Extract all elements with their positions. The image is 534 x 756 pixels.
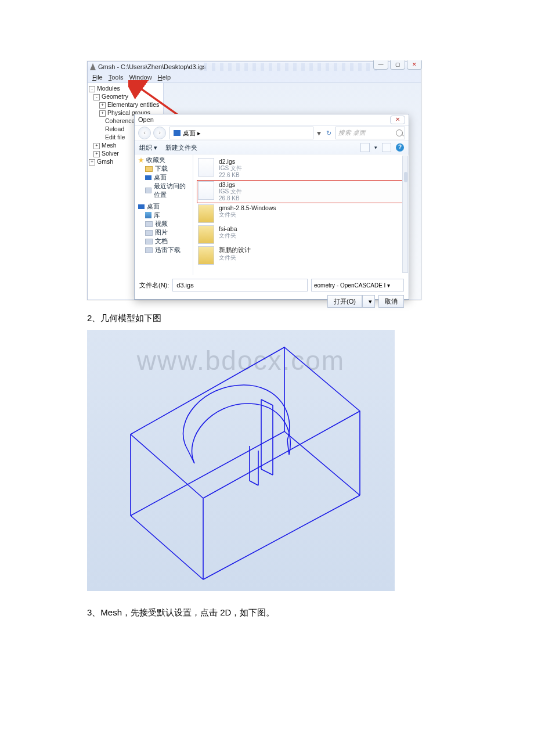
folder-icon bbox=[198, 246, 214, 265]
file-item[interactable]: 新鹏的设计 文件夹 bbox=[197, 245, 405, 266]
menu-help[interactable]: Help bbox=[158, 74, 171, 81]
nav-forward-button[interactable]: › bbox=[153, 127, 166, 139]
minimize-button[interactable]: — bbox=[373, 60, 388, 70]
desktop-icon bbox=[138, 204, 145, 209]
file-type: IGS 文件 bbox=[219, 165, 242, 172]
file-name: d2.igs bbox=[219, 158, 242, 165]
close-button[interactable]: ✕ bbox=[407, 60, 422, 70]
gmsh-menubar: FFileile Tools Window Help bbox=[88, 72, 421, 83]
side-desktop2[interactable]: 桌面 bbox=[147, 203, 160, 211]
file-type: IGS 文件 bbox=[219, 188, 242, 195]
breadcrumb[interactable]: 桌面 ▸ bbox=[169, 127, 313, 139]
titlebar-decor bbox=[204, 63, 377, 71]
view-mode-button[interactable] bbox=[360, 143, 370, 152]
file-name: fsi-aba bbox=[219, 225, 237, 232]
tree-mesh[interactable]: Mesh bbox=[102, 142, 117, 149]
tree-modules[interactable]: Modules bbox=[97, 85, 120, 92]
file-item[interactable]: fsi-aba 文件夹 bbox=[197, 224, 405, 245]
svg-line-12 bbox=[186, 446, 194, 463]
cancel-button[interactable]: 取消 bbox=[378, 295, 404, 308]
file-item-selected[interactable]: d3.igs IGS 文件 26.8 KB bbox=[197, 180, 405, 203]
organize-button[interactable]: 组织 ▾ bbox=[139, 143, 157, 152]
menu-window[interactable]: Window bbox=[129, 74, 151, 81]
favorites-icon bbox=[138, 157, 144, 163]
folder-icon bbox=[198, 204, 214, 223]
svg-line-11 bbox=[250, 481, 258, 485]
refresh-button[interactable]: ↻ bbox=[324, 129, 333, 137]
menu-tools[interactable]: Tools bbox=[109, 74, 124, 81]
side-pictures[interactable]: 图片 bbox=[155, 228, 168, 237]
side-downloads[interactable]: 下载 bbox=[155, 164, 168, 173]
maximize-button[interactable]: ▢ bbox=[390, 60, 405, 70]
newfolder-button[interactable]: 新建文件夹 bbox=[165, 143, 197, 152]
help-button[interactable]: ? bbox=[396, 143, 404, 152]
tree-gmsh[interactable]: Gmsh bbox=[97, 158, 113, 165]
dialog-sidebar: 收藏夹 下载 桌面 最近访问的位置 桌面 库 视频 图片 文档 迅雷下载 bbox=[135, 154, 193, 275]
file-type: 文件夹 bbox=[219, 211, 276, 218]
tree-coherence[interactable]: Coherence bbox=[105, 117, 135, 124]
pictures-icon bbox=[145, 230, 153, 236]
file-name: 新鹏的设计 bbox=[219, 246, 251, 254]
filter-text: eometry - OpenCASCADE I ▾ bbox=[314, 282, 390, 289]
step-2-text: 2、几何模型如下图 bbox=[87, 313, 447, 324]
dialog-toolbar: 组织 ▾ 新建文件夹 ▾ ? bbox=[135, 141, 409, 154]
geometry-wireframe-figure: www.bdocx.com bbox=[87, 330, 395, 591]
svg-line-8 bbox=[261, 399, 273, 405]
side-video[interactable]: 视频 bbox=[155, 219, 168, 228]
side-docs[interactable]: 文档 bbox=[155, 237, 168, 246]
tree-elementary[interactable]: Elementary entities bbox=[107, 101, 159, 108]
xunlei-icon bbox=[145, 247, 153, 253]
step-3-text: 3、Mesh，先接受默认设置，点击 2D，如下图。 bbox=[87, 607, 447, 618]
gmsh-app-icon bbox=[90, 63, 96, 70]
svg-line-7 bbox=[261, 469, 273, 475]
folder-icon bbox=[198, 225, 214, 244]
search-input[interactable]: 搜索 桌面 bbox=[335, 127, 405, 139]
svg-line-13 bbox=[287, 440, 289, 455]
open-button[interactable]: 打开(O) bbox=[327, 295, 362, 308]
file-item[interactable]: gmsh-2.8.5-Windows 文件夹 bbox=[197, 203, 405, 224]
file-type: 文件夹 bbox=[219, 254, 251, 261]
video-icon bbox=[145, 221, 153, 227]
file-size: 22.6 KB bbox=[219, 172, 242, 179]
filename-input[interactable] bbox=[172, 279, 308, 291]
tree-solver[interactable]: Solver bbox=[102, 150, 119, 157]
open-file-dialog: Open ✕ ‹ › 桌面 ▸ ▾ ↻ 搜索 桌面 组织 ▾ 新建文件夹 bbox=[134, 114, 409, 300]
gmsh-title-text: Gmsh - C:\Users\Zhen\Desktop\d3.igs bbox=[98, 63, 206, 70]
desktop-icon bbox=[145, 175, 151, 180]
nav-back-button[interactable]: ‹ bbox=[138, 127, 151, 139]
side-libs[interactable]: 库 bbox=[154, 211, 160, 219]
file-name: gmsh-2.8.5-Windows bbox=[219, 204, 276, 211]
filename-label: 文件名(N): bbox=[139, 281, 169, 290]
history-dropdown[interactable]: ▾ bbox=[317, 128, 320, 138]
dialog-title: Open bbox=[138, 116, 154, 123]
filetype-filter[interactable]: eometry - OpenCASCADE I ▾ bbox=[311, 279, 404, 291]
open-split-button[interactable]: ▾ bbox=[362, 295, 375, 308]
file-type: 文件夹 bbox=[219, 232, 237, 239]
file-list: d2.igs IGS 文件 22.6 KB d3.igs IGS 文件 26.8… bbox=[193, 154, 409, 275]
side-recent[interactable]: 最近访问的位置 bbox=[154, 182, 189, 199]
svg-line-3 bbox=[284, 347, 360, 411]
gmsh-window-screenshot: Gmsh - C:\Users\Zhen\Desktop\d3.igs — ▢ … bbox=[87, 61, 421, 300]
breadcrumb-label: 桌面 ▸ bbox=[183, 129, 201, 138]
tree-geometry[interactable]: Geometry bbox=[102, 93, 128, 100]
side-xunlei[interactable]: 迅雷下载 bbox=[155, 246, 181, 254]
preview-pane-button[interactable] bbox=[382, 143, 391, 152]
file-thumb-icon bbox=[198, 158, 214, 177]
tree-reload[interactable]: Reload bbox=[105, 125, 124, 132]
dialog-close-button[interactable]: ✕ bbox=[390, 116, 405, 124]
svg-line-4 bbox=[284, 431, 360, 495]
file-name: d3.igs bbox=[219, 181, 242, 188]
library-icon bbox=[145, 212, 151, 218]
side-favorites[interactable]: 收藏夹 bbox=[146, 156, 165, 164]
gmsh-titlebar: Gmsh - C:\Users\Zhen\Desktop\d3.igs — ▢ … bbox=[88, 62, 421, 72]
file-thumb-icon bbox=[198, 181, 214, 200]
docs-icon bbox=[145, 239, 153, 244]
downloads-icon bbox=[145, 166, 153, 172]
file-item[interactable]: d2.igs IGS 文件 22.6 KB bbox=[197, 157, 405, 180]
view-caret[interactable]: ▾ bbox=[374, 145, 377, 150]
menu-file[interactable]: FFileile bbox=[92, 74, 103, 81]
side-desktop[interactable]: 桌面 bbox=[154, 173, 167, 182]
scrollbar-thumb[interactable] bbox=[404, 172, 407, 182]
tree-editfile[interactable]: Edit file bbox=[105, 134, 125, 141]
file-size: 26.8 KB bbox=[219, 195, 242, 202]
